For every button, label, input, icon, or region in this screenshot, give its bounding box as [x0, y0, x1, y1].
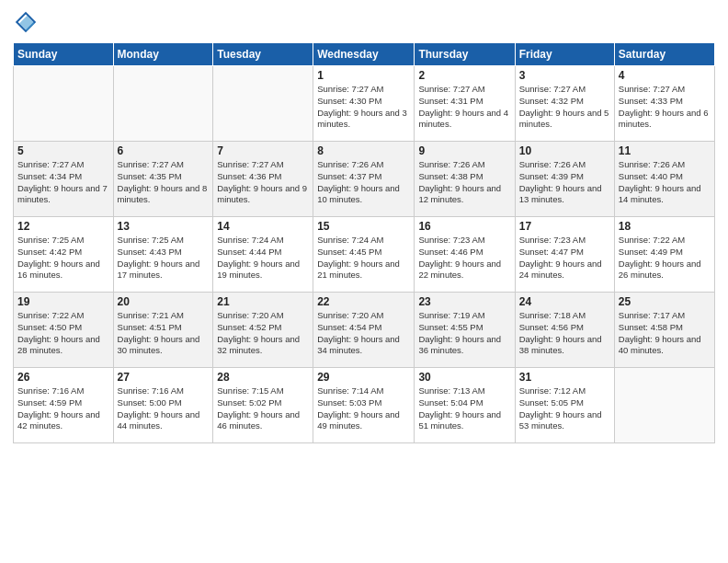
day-info: Sunrise: 7:26 AM Sunset: 4:38 PM Dayligh… — [418, 159, 510, 206]
day-info: Sunrise: 7:22 AM Sunset: 4:50 PM Dayligh… — [17, 310, 109, 357]
calendar-cell: 7Sunrise: 7:27 AM Sunset: 4:36 PM Daylig… — [213, 142, 313, 217]
day-number: 18 — [619, 220, 711, 233]
day-info: Sunrise: 7:27 AM Sunset: 4:33 PM Dayligh… — [619, 84, 711, 131]
calendar-cell: 24Sunrise: 7:18 AM Sunset: 4:56 PM Dayli… — [515, 293, 614, 368]
calendar-cell: 30Sunrise: 7:13 AM Sunset: 5:04 PM Dayli… — [415, 368, 515, 443]
day-number: 27 — [118, 371, 210, 384]
calendar-cell: 18Sunrise: 7:22 AM Sunset: 4:49 PM Dayli… — [614, 217, 714, 293]
calendar-cell: 8Sunrise: 7:26 AM Sunset: 4:37 PM Daylig… — [313, 142, 415, 217]
day-number: 26 — [17, 371, 109, 384]
day-info: Sunrise: 7:14 AM Sunset: 5:03 PM Dayligh… — [317, 385, 410, 432]
weekday-header-thursday: Thursday — [415, 43, 515, 66]
day-number: 3 — [519, 69, 610, 82]
day-info: Sunrise: 7:23 AM Sunset: 4:46 PM Dayligh… — [418, 235, 510, 282]
calendar-cell — [614, 368, 714, 443]
day-info: Sunrise: 7:27 AM Sunset: 4:31 PM Dayligh… — [418, 84, 510, 131]
day-number: 10 — [519, 144, 610, 157]
day-info: Sunrise: 7:22 AM Sunset: 4:49 PM Dayligh… — [619, 235, 711, 282]
day-info: Sunrise: 7:26 AM Sunset: 4:37 PM Dayligh… — [317, 159, 410, 206]
day-info: Sunrise: 7:27 AM Sunset: 4:35 PM Dayligh… — [118, 159, 210, 206]
day-info: Sunrise: 7:13 AM Sunset: 5:04 PM Dayligh… — [418, 385, 510, 432]
day-number: 5 — [17, 144, 109, 157]
day-number: 19 — [17, 295, 109, 308]
day-number: 11 — [619, 144, 711, 157]
calendar-cell: 3Sunrise: 7:27 AM Sunset: 4:32 PM Daylig… — [515, 66, 614, 142]
day-info: Sunrise: 7:16 AM Sunset: 5:00 PM Dayligh… — [118, 385, 210, 432]
calendar-cell: 31Sunrise: 7:12 AM Sunset: 5:05 PM Dayli… — [515, 368, 614, 443]
day-number: 30 — [418, 371, 510, 384]
day-info: Sunrise: 7:27 AM Sunset: 4:34 PM Dayligh… — [17, 159, 109, 206]
calendar-cell: 29Sunrise: 7:14 AM Sunset: 5:03 PM Dayli… — [313, 368, 415, 443]
calendar-cell: 12Sunrise: 7:25 AM Sunset: 4:42 PM Dayli… — [14, 217, 114, 293]
calendar-cell: 4Sunrise: 7:27 AM Sunset: 4:33 PM Daylig… — [614, 66, 714, 142]
calendar-cell: 6Sunrise: 7:27 AM Sunset: 4:35 PM Daylig… — [113, 142, 213, 217]
calendar-cell: 17Sunrise: 7:23 AM Sunset: 4:47 PM Dayli… — [515, 217, 614, 293]
day-number: 25 — [619, 295, 711, 308]
day-number: 23 — [418, 295, 510, 308]
weekday-header-tuesday: Tuesday — [213, 43, 313, 66]
day-number: 16 — [418, 220, 510, 233]
calendar-cell: 13Sunrise: 7:25 AM Sunset: 4:43 PM Dayli… — [113, 217, 213, 293]
day-info: Sunrise: 7:25 AM Sunset: 4:43 PM Dayligh… — [118, 235, 210, 282]
day-number: 13 — [118, 220, 210, 233]
day-number: 14 — [217, 220, 309, 233]
day-info: Sunrise: 7:20 AM Sunset: 4:52 PM Dayligh… — [217, 310, 309, 357]
day-info: Sunrise: 7:12 AM Sunset: 5:05 PM Dayligh… — [519, 385, 610, 432]
calendar-cell: 1Sunrise: 7:27 AM Sunset: 4:30 PM Daylig… — [313, 66, 415, 142]
weekday-header-friday: Friday — [515, 43, 614, 66]
logo — [13, 9, 42, 35]
day-info: Sunrise: 7:18 AM Sunset: 4:56 PM Dayligh… — [519, 310, 610, 357]
calendar-cell: 22Sunrise: 7:20 AM Sunset: 4:54 PM Dayli… — [313, 293, 415, 368]
week-row-3: 12Sunrise: 7:25 AM Sunset: 4:42 PM Dayli… — [14, 217, 715, 293]
day-info: Sunrise: 7:21 AM Sunset: 4:51 PM Dayligh… — [118, 310, 210, 357]
calendar-cell — [14, 66, 114, 142]
day-number: 12 — [17, 220, 109, 233]
calendar-cell: 2Sunrise: 7:27 AM Sunset: 4:31 PM Daylig… — [415, 66, 515, 142]
day-number: 15 — [317, 220, 410, 233]
calendar-cell: 9Sunrise: 7:26 AM Sunset: 4:38 PM Daylig… — [415, 142, 515, 217]
weekday-header-wednesday: Wednesday — [313, 43, 415, 66]
calendar-cell: 14Sunrise: 7:24 AM Sunset: 4:44 PM Dayli… — [213, 217, 313, 293]
calendar-cell: 15Sunrise: 7:24 AM Sunset: 4:45 PM Dayli… — [313, 217, 415, 293]
logo-icon — [13, 9, 39, 35]
day-number: 8 — [317, 144, 410, 157]
calendar-cell: 20Sunrise: 7:21 AM Sunset: 4:51 PM Dayli… — [113, 293, 213, 368]
calendar-cell: 5Sunrise: 7:27 AM Sunset: 4:34 PM Daylig… — [14, 142, 114, 217]
day-number: 29 — [317, 371, 410, 384]
day-info: Sunrise: 7:27 AM Sunset: 4:32 PM Dayligh… — [519, 84, 610, 131]
calendar-cell: 27Sunrise: 7:16 AM Sunset: 5:00 PM Dayli… — [113, 368, 213, 443]
day-number: 22 — [317, 295, 410, 308]
calendar-cell: 11Sunrise: 7:26 AM Sunset: 4:40 PM Dayli… — [614, 142, 714, 217]
weekday-header-sunday: Sunday — [14, 43, 114, 66]
calendar-cell: 10Sunrise: 7:26 AM Sunset: 4:39 PM Dayli… — [515, 142, 614, 217]
calendar-cell: 16Sunrise: 7:23 AM Sunset: 4:46 PM Dayli… — [415, 217, 515, 293]
calendar-cell: 23Sunrise: 7:19 AM Sunset: 4:55 PM Dayli… — [415, 293, 515, 368]
page-container: SundayMondayTuesdayWednesdayThursdayFrid… — [0, 0, 728, 449]
day-info: Sunrise: 7:15 AM Sunset: 5:02 PM Dayligh… — [217, 385, 309, 432]
day-number: 1 — [317, 69, 410, 82]
day-info: Sunrise: 7:23 AM Sunset: 4:47 PM Dayligh… — [519, 235, 610, 282]
calendar-cell: 25Sunrise: 7:17 AM Sunset: 4:58 PM Dayli… — [614, 293, 714, 368]
weekday-header-row: SundayMondayTuesdayWednesdayThursdayFrid… — [14, 43, 715, 66]
day-info: Sunrise: 7:17 AM Sunset: 4:58 PM Dayligh… — [619, 310, 711, 357]
calendar-cell: 21Sunrise: 7:20 AM Sunset: 4:52 PM Dayli… — [213, 293, 313, 368]
week-row-4: 19Sunrise: 7:22 AM Sunset: 4:50 PM Dayli… — [14, 293, 715, 368]
day-number: 4 — [619, 69, 711, 82]
calendar-cell — [113, 66, 213, 142]
day-number: 28 — [217, 371, 309, 384]
day-info: Sunrise: 7:26 AM Sunset: 4:39 PM Dayligh… — [519, 159, 610, 206]
calendar: SundayMondayTuesdayWednesdayThursdayFrid… — [13, 42, 715, 443]
day-info: Sunrise: 7:27 AM Sunset: 4:30 PM Dayligh… — [317, 84, 410, 131]
day-number: 9 — [418, 144, 510, 157]
day-number: 17 — [519, 220, 610, 233]
calendar-cell: 19Sunrise: 7:22 AM Sunset: 4:50 PM Dayli… — [14, 293, 114, 368]
day-number: 2 — [418, 69, 510, 82]
header — [13, 9, 715, 35]
weekday-header-saturday: Saturday — [614, 43, 714, 66]
day-info: Sunrise: 7:16 AM Sunset: 4:59 PM Dayligh… — [17, 385, 109, 432]
day-number: 21 — [217, 295, 309, 308]
day-info: Sunrise: 7:24 AM Sunset: 4:44 PM Dayligh… — [217, 235, 309, 282]
day-info: Sunrise: 7:25 AM Sunset: 4:42 PM Dayligh… — [17, 235, 109, 282]
day-info: Sunrise: 7:26 AM Sunset: 4:40 PM Dayligh… — [619, 159, 711, 206]
calendar-cell: 28Sunrise: 7:15 AM Sunset: 5:02 PM Dayli… — [213, 368, 313, 443]
